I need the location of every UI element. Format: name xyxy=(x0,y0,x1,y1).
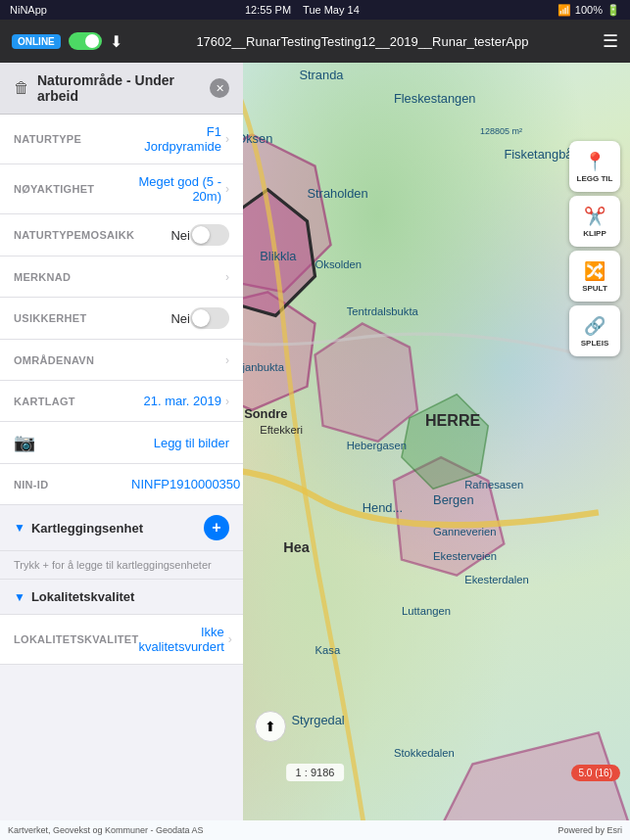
merknad-chevron: › xyxy=(225,270,229,284)
area-label-map: 128805 m² xyxy=(480,126,522,136)
svg-text:Luttangen: Luttangen xyxy=(402,605,451,617)
version-badge: 5.0 (16) xyxy=(571,765,620,781)
lokalitetskvalitet-value: Ikke kvalitetsvurdert xyxy=(138,625,223,654)
noyaktighet-row[interactable]: NØYAKTIGHET Meget god (5 - 20m) › xyxy=(0,164,243,214)
compass-icon: ⬆ xyxy=(265,719,276,734)
kartlagt-row[interactable]: KARTLAGT 21. mar. 2019 › xyxy=(0,381,243,422)
omradenavn-chevron: › xyxy=(225,353,229,367)
lokalitetskvalitet-section-header: ▼ Lokalitetskvalitet xyxy=(0,580,243,615)
camera-row[interactable]: 📷 Legg til bilder xyxy=(0,422,243,464)
svg-text:Sondre: Sondre xyxy=(244,406,287,421)
online-toggle[interactable] xyxy=(69,32,102,50)
download-icon[interactable]: ⬇ xyxy=(110,32,122,51)
usikkerhet-label: USIKKERHET xyxy=(14,312,131,324)
legg-til-button[interactable]: 📍 LEGG TIL xyxy=(569,141,620,192)
camera-icon: 📷 xyxy=(14,432,35,453)
kartlagt-value: 21. mar. 2019 xyxy=(131,394,221,408)
svg-text:Kasa: Kasa xyxy=(315,644,341,656)
klipp-button[interactable]: ✂️ KLIPP xyxy=(569,196,620,247)
nin-id-row[interactable]: NIN-ID NINFP1910000350 xyxy=(0,464,243,505)
noyaktighet-chevron: › xyxy=(225,182,229,196)
powered-by-text: Powered by Esri xyxy=(557,825,622,835)
svg-text:Rafnesasen: Rafnesasen xyxy=(464,479,523,490)
omradenavn-row[interactable]: OMRÅDENAVN › xyxy=(0,340,243,381)
svg-text:Ganneverien: Ganneverien xyxy=(433,526,496,537)
delete-icon[interactable]: 🗑 xyxy=(14,79,29,97)
svg-text:Blikkla: Blikkla xyxy=(260,249,297,263)
svg-text:Oksolden: Oksolden xyxy=(315,258,363,270)
status-bar-left: NiNApp xyxy=(10,4,47,16)
noyaktighet-value: Meget god (5 - 20m) xyxy=(131,174,221,204)
online-badge: ONLINE xyxy=(12,34,61,49)
bottom-bar: Kartverket, Geovekst og Kommuner - Geoda… xyxy=(0,820,630,840)
kartlagt-label: KARTLAGT xyxy=(14,396,131,407)
naturtypemosaikk-value: Nei xyxy=(134,228,190,243)
svg-text:Hebergasen: Hebergasen xyxy=(347,440,407,451)
menu-icon[interactable]: ☰ xyxy=(603,30,618,52)
compass[interactable]: ⬆ xyxy=(255,711,286,742)
svg-text:Bergen: Bergen xyxy=(433,492,473,507)
svg-marker-4 xyxy=(315,323,417,442)
toolbar-left: ONLINE ⬇ xyxy=(12,32,122,51)
svg-text:Stranda: Stranda xyxy=(299,68,344,82)
toolbar: ONLINE ⬇ 17602__RunarTestingTesting12__2… xyxy=(0,20,630,63)
left-panel: 🗑 Naturområde - Under arbeid ✕ NATURTYPE… xyxy=(0,63,243,820)
legg-til-icon: 📍 xyxy=(584,151,606,172)
omradenavn-label: OMRÅDENAVN xyxy=(14,354,131,366)
svg-text:Tentrdalsbukta: Tentrdalsbukta xyxy=(347,305,419,317)
svg-text:Hend...: Hend... xyxy=(363,500,403,515)
spleis-label: SPLEIS xyxy=(581,339,608,348)
camera-label: Legg til bilder xyxy=(35,436,229,450)
naturtypemosaikk-label: NATURTYPEMOSAIKK xyxy=(14,229,134,241)
svg-marker-7 xyxy=(402,395,488,489)
svg-text:Hea: Hea xyxy=(283,539,310,555)
klipp-label: KLIPP xyxy=(583,229,606,238)
toolbar-right: ☰ xyxy=(603,30,618,52)
spleis-button[interactable]: 🔗 SPLEIS xyxy=(569,305,620,356)
svg-text:Stokkedalen: Stokkedalen xyxy=(394,747,455,759)
status-bar: NiNApp 12:55 PM Tue May 14 📶 100% 🔋 xyxy=(0,0,630,20)
kartleggingsenhet-title: Kartleggingsenhet xyxy=(31,521,204,536)
svg-text:Fleskestangen: Fleskestangen xyxy=(394,91,476,106)
battery-label: 100% xyxy=(575,4,603,16)
lokalitetskvalitet-chevron: ▼ xyxy=(14,590,25,604)
legg-til-label: LEGG TIL xyxy=(577,174,613,183)
nin-id-label: NIN-ID xyxy=(14,479,131,490)
naturtype-chevron: › xyxy=(225,132,229,146)
naturtypemosaikk-row: NATURTYPEMOSAIKK Nei xyxy=(0,214,243,257)
spult-button[interactable]: 🔀 SPULT xyxy=(569,251,620,302)
map-actions: 📍 LEGG TIL ✂️ KLIPP 🔀 SPULT 🔗 SPLEIS xyxy=(569,141,620,356)
close-button[interactable]: ✕ xyxy=(210,78,229,98)
scale-bar: 1 : 9186 xyxy=(286,764,345,781)
panel-header: 🗑 Naturområde - Under arbeid ✕ xyxy=(0,63,243,115)
spult-icon: 🔀 xyxy=(584,260,606,282)
merknad-label: MERKNAD xyxy=(14,271,131,283)
lokalitetskvalitet-title: Lokalitetskvalitet xyxy=(31,589,229,604)
kartlagt-chevron: › xyxy=(225,395,229,408)
status-bar-time: 12:55 PM Tue May 14 xyxy=(245,4,360,16)
lokalitetskvalitet-row[interactable]: LOKALITETSKVALITET Ikke kvalitetsvurdert… xyxy=(0,615,243,665)
status-bar-right: 📶 100% 🔋 xyxy=(557,4,620,17)
toolbar-title: 17602__RunarTestingTesting12__2019__Runa… xyxy=(122,34,603,49)
attribution-text: Kartverket, Geovekst og Kommuner - Geoda… xyxy=(8,825,204,835)
naturtype-row[interactable]: NATURTYPE F1 Jordpyramide › xyxy=(0,115,243,164)
spleis-icon: 🔗 xyxy=(584,315,606,337)
lokalitetskvalitet-nav-chevron: › xyxy=(228,632,232,646)
naturtype-value: F1 Jordpyramide xyxy=(131,124,221,154)
svg-text:Ekesterdalen: Ekesterdalen xyxy=(464,574,529,585)
kartleggingsenhet-section-header: ▼ Kartleggingsenhet + xyxy=(0,505,243,551)
kartleggingsenhet-chevron: ▼ xyxy=(14,521,25,535)
app-name: NiNApp xyxy=(10,4,47,16)
usikkerhet-value: Nei xyxy=(131,311,190,326)
usikkerhet-toggle[interactable] xyxy=(190,307,229,329)
kartleggingsenhet-add-button[interactable]: + xyxy=(204,515,229,540)
usikkerhet-row: USIKKERHET Nei xyxy=(0,298,243,340)
wifi-icon: 📶 xyxy=(557,4,571,17)
svg-text:Ekesterveien: Ekesterveien xyxy=(433,550,497,562)
svg-text:Styrgedal: Styrgedal xyxy=(291,713,344,727)
merknad-row[interactable]: MERKNAD › xyxy=(0,257,243,298)
svg-marker-5 xyxy=(394,457,505,576)
panel-title: Naturområde - Under arbeid xyxy=(37,72,202,104)
naturtypemosaikk-toggle[interactable] xyxy=(190,224,229,246)
kartleggingsenhet-hint: Trykk + for å legge til kartleggingsenhe… xyxy=(0,551,243,580)
